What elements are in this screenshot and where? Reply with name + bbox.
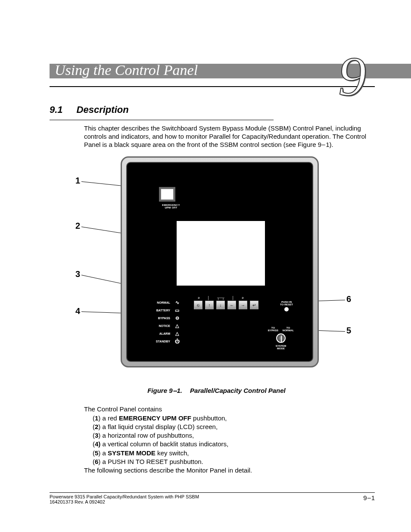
page-number: 9‒1 xyxy=(363,494,375,504)
lcd-screen xyxy=(177,221,265,286)
pushbutton-5[interactable]: → xyxy=(239,301,247,309)
system-mode-switch[interactable]: TO BYPASS TO NORMAL SYSTEMMODE xyxy=(266,327,296,350)
intro-paragraph: This chapter describes the Switchboard S… xyxy=(84,124,375,149)
section-number: 9.1 xyxy=(50,104,63,115)
battery-icon: ▭ xyxy=(174,308,181,313)
push-in-to-reset[interactable]: PUSH INTO RESET xyxy=(280,301,293,313)
callout-4: 4 xyxy=(75,306,80,316)
callout-3: 3 xyxy=(75,269,80,279)
emergency-upm-off-button[interactable] xyxy=(161,189,174,200)
page-footer: Powerware 9315 Parallel Capacity/Redunda… xyxy=(50,492,375,504)
chapter-number: 9 xyxy=(338,48,366,104)
callout-5: 5 xyxy=(346,326,351,336)
pushbutton-4[interactable]: ← xyxy=(227,301,236,309)
pushbutton-row-icons: ⎆│┬─┬│⎆ xyxy=(194,294,248,300)
bypass-icon: ⊖ xyxy=(174,315,181,321)
callout-6: 6 xyxy=(346,294,351,304)
pushbutton-row: ⎋ ↑ ↓ ← → ↵ xyxy=(194,301,258,309)
reset-dot-icon xyxy=(284,307,289,311)
figure-9-1: 1 2 3 4 6 5 EMERGENCYUPM OFF ⎆│┬─┬│⎆ ⎋ xyxy=(75,156,351,376)
pushbutton-3[interactable]: ↓ xyxy=(216,301,225,309)
callout-2: 2 xyxy=(75,221,80,231)
normal-icon: ∿ xyxy=(174,300,181,305)
contains-list: The Control Panel contains (1) a red EME… xyxy=(84,405,375,475)
pushbutton-6[interactable]: ↵ xyxy=(250,301,258,309)
pushbutton-1[interactable]: ⎋ xyxy=(194,301,202,309)
figure-caption: Figure 9‒1.Parallel/Capacity Control Pan… xyxy=(58,387,375,395)
keyswitch-icon xyxy=(276,333,286,343)
notice-icon: △ xyxy=(174,323,181,329)
callout-1: 1 xyxy=(75,176,80,186)
chapter-title: Using the Control Panel xyxy=(55,62,198,78)
section-title: Description xyxy=(77,104,129,115)
alarm-icon: △ xyxy=(174,331,181,336)
standby-icon: ⏻ xyxy=(174,339,181,344)
pushbutton-2[interactable]: ↑ xyxy=(205,301,214,309)
status-indicator-column: NORMAL∿ BATTERY▭ BYPASS⊖ NOTICE△ ALARM△ … xyxy=(154,299,181,345)
emergency-upm-off-label: EMERGENCYUPM OFF xyxy=(154,204,188,209)
